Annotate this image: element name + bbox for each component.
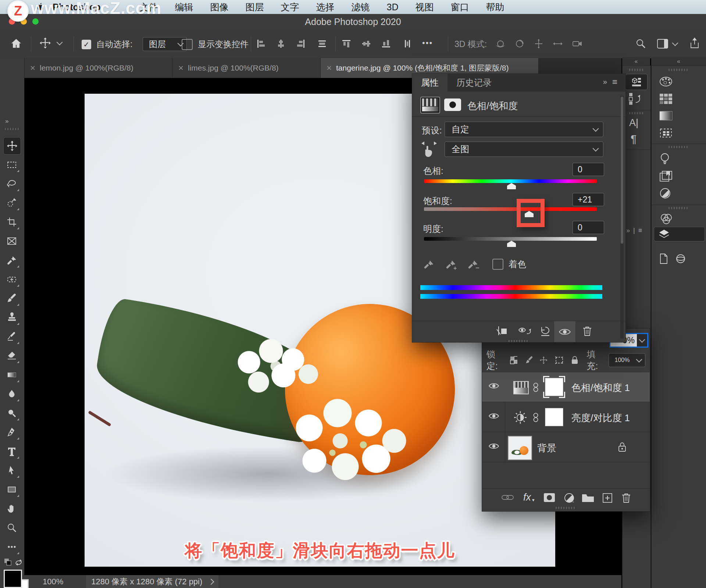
auto-select-checkbox[interactable]: ✓ [82,40,91,49]
adjustments-panel-icon[interactable] [652,187,706,200]
brush-tool[interactable] [3,290,20,307]
color-panel-icon[interactable] [652,75,706,87]
align-right-edges-icon[interactable] [296,39,305,48]
3d-orbit-icon[interactable] [496,39,505,49]
dock-collapse-bar-2[interactable]: « [651,57,706,65]
frame-tool[interactable] [3,233,20,250]
align-left-edges-icon[interactable] [257,39,265,48]
3d-panel-icon[interactable] [625,74,648,90]
toolbar-grip[interactable] [5,128,19,130]
colorize-option[interactable]: 着色 [492,258,526,270]
menu-type[interactable]: 文字 [272,1,308,13]
panel-collapse-icon[interactable]: » [603,78,607,92]
foreground-color-swatch[interactable] [4,570,22,588]
dock-extra-icons[interactable] [652,253,706,264]
menu-help[interactable]: 帮助 [478,1,513,13]
zoom-level-value[interactable]: 100% [43,577,63,587]
layer-mask-thumbnail[interactable] [545,408,563,426]
home-icon[interactable] [10,37,22,49]
lock-transparent-icon[interactable] [510,356,517,365]
swatches-panel-icon[interactable] [652,93,706,105]
layer-name[interactable]: 色相/饱和度 1 [571,381,630,394]
more-options-ellipsis[interactable]: ••• [422,38,433,48]
tab-properties[interactable]: 属性 [412,74,448,92]
align-h-centers-icon[interactable] [277,39,285,48]
background-layer-thumbnail[interactable] [508,436,532,460]
sample-eyedropper-icon[interactable] [423,258,435,271]
paragraph-panel-icon[interactable]: ¶ [631,133,637,145]
crop-tool[interactable] [3,214,20,230]
opacity-dropdown-chevron[interactable] [637,334,647,347]
layer-name[interactable]: 背景 [537,442,556,455]
layer-row-brightness-contrast[interactable]: 亮度/对比度 1 [482,402,650,432]
lasso-tool[interactable] [3,175,20,192]
hue-sat-adjustment-icon[interactable] [420,97,440,114]
patterns-panel-icon[interactable] [652,128,706,139]
type-tool[interactable] [3,443,20,460]
auto-select-target-dropdown[interactable]: 图层 [143,37,187,51]
visibility-eye-icon[interactable] [488,412,499,420]
path-select-tool[interactable] [3,462,20,479]
history-panel-icon[interactable] [628,92,643,105]
add-sample-eyedropper-icon[interactable]: + [445,258,458,271]
fill-dropdown[interactable]: 100% [609,353,645,367]
default-colors-icon[interactable] [4,558,13,567]
eyedropper-tool[interactable] [3,252,20,269]
edit-toolbar-ellipsis[interactable] [3,538,20,555]
distribute-v-icon[interactable] [403,39,412,48]
lock-all-icon[interactable] [570,355,578,365]
lightness-slider-handle[interactable] [507,241,516,247]
menu-edit[interactable]: 编辑 [167,1,202,13]
menu-image[interactable]: 图像 [202,1,237,13]
share-icon[interactable] [689,37,700,49]
hue-slider-handle[interactable] [507,183,516,189]
clone-stamp-tool[interactable] [3,309,20,326]
show-transform-checkbox[interactable] [182,39,193,50]
menu-select[interactable]: 选择 [308,1,343,13]
layer-name[interactable]: 亮度/对比度 1 [571,412,630,424]
channels-panel-icon[interactable] [652,213,706,225]
document-info[interactable]: 1280 像素 x 1280 像素 (72 ppi) [86,575,218,588]
quick-selection-tool[interactable] [3,194,20,211]
new-adjustment-layer-icon[interactable] [564,492,575,503]
subtract-sample-eyedropper-icon[interactable]: − [467,258,480,271]
hand-tool[interactable] [3,500,20,517]
preset-select[interactable]: 自定 [445,122,603,137]
3d-slide-icon[interactable] [553,39,563,49]
brightness-adjustment-icon[interactable] [513,410,528,424]
shape-tool[interactable] [3,481,20,498]
reset-adjustment-icon[interactable] [539,326,551,337]
zoom-window-button[interactable] [32,18,39,25]
3d-roll-icon[interactable] [515,39,524,49]
visibility-eye-icon[interactable] [488,382,499,390]
clip-to-layer-icon[interactable] [496,326,509,337]
lightness-slider-track[interactable] [424,237,597,241]
workspace-switcher[interactable] [657,38,677,49]
tab-lemon[interactable]: × lemon.jpg @ 100%(RGB/8) [24,58,172,78]
link-layers-icon[interactable] [501,492,514,502]
mask-badge-icon[interactable] [444,98,461,111]
panel-resize-grip[interactable] [509,340,529,342]
align-bottom-edges-icon[interactable] [382,39,391,48]
move-tool[interactable] [3,137,21,155]
colorize-checkbox[interactable] [492,259,503,270]
gradient-tool[interactable] [3,366,20,383]
libraries-panel-icon[interactable] [652,170,706,183]
mask-link-icon[interactable] [533,412,539,423]
learn-panel-icon[interactable] [652,153,706,166]
auto-select-option[interactable]: ✓ 自动选择: [82,39,132,50]
3d-camera-icon[interactable] [572,39,583,49]
tab-history[interactable]: 历史记录 [448,74,500,92]
swap-colors-icon[interactable] [14,558,23,567]
dock-collapse-bar-1[interactable]: « [622,57,650,65]
dodge-tool[interactable] [3,405,20,422]
lock-position-icon[interactable] [540,356,548,365]
search-icon[interactable] [635,38,646,49]
menu-window[interactable]: 窗口 [442,1,478,13]
new-layer-icon[interactable] [602,492,613,503]
show-transform-option[interactable]: 显示变换控件 [182,39,249,50]
blur-tool[interactable] [3,386,20,402]
layer-mask-thumbnail-selected[interactable] [543,376,565,398]
history-brush-tool[interactable] [3,328,20,345]
menu-view[interactable]: 视图 [407,1,442,13]
